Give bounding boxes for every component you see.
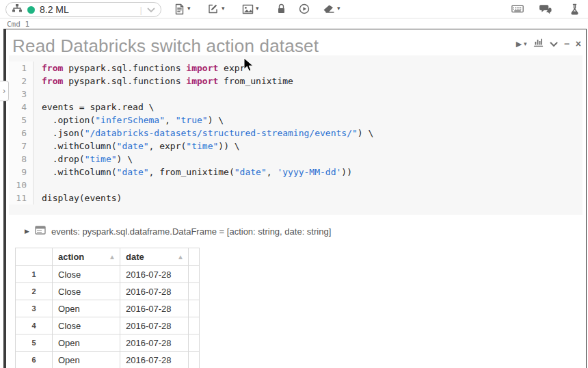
lock-icon[interactable] [275,3,287,15]
date-cell: 2016-07-28 [120,300,189,317]
code-editor[interactable]: 1from pyspark.sql.functions import expr2… [9,55,583,215]
line-number: 6 [9,127,34,140]
line-number: 8 [9,153,34,166]
action-cell: Close [53,283,120,300]
code-line[interactable]: 10 [9,179,583,192]
chevron-right-icon: › [3,86,5,96]
document-icon[interactable] [173,3,185,15]
column-header-extra [189,248,200,266]
output-summary-row: ▶ events: pyspark.sql.dataframe.DataFram… [25,226,331,237]
column-header-action[interactable]: action▲ [53,248,120,266]
row-number-cell: 3 [16,300,53,317]
row-number-cell: 4 [16,317,53,334]
eraser-icon[interactable] [323,3,335,15]
cell-title[interactable]: Read Databricks switch action dataset [12,36,319,57]
code-line[interactable]: 6 .json("/databricks-datasets/structured… [9,127,583,140]
line-number: 2 [9,75,34,88]
line-number: 11 [9,192,34,205]
result-table-header-row: action▲ date▲ [16,248,200,266]
cluster-divider: | [140,5,142,15]
sort-icon[interactable]: ▲ [109,253,116,261]
output-expander-icon[interactable]: ▶ [25,228,29,235]
experiment-flask-icon[interactable] [568,3,580,15]
table-row: 3Open2016-07-28 [16,300,200,317]
sort-icon[interactable]: ▲ [177,253,184,261]
chevron-down-icon[interactable] [147,3,155,16]
code-line[interactable]: 4events = spark.read \ [9,101,583,114]
dashboard-chart-icon[interactable] [533,38,544,50]
sidebar-expand-tab[interactable]: › [0,81,9,101]
notebook-page: 8.2 ML | ▾ ▾ ▾ ▾ [0,0,588,368]
notebook-cell[interactable]: Read Databricks switch action dataset ▶ … [3,29,587,368]
run-cell-icon[interactable]: ▶ [516,40,522,49]
code-line[interactable]: 2from pyspark.sql.functions import from_… [9,75,583,88]
action-cell: Open [53,352,120,368]
row-number-cell: 1 [16,266,53,283]
comments-icon[interactable] [539,3,552,15]
row-number-header [16,248,53,266]
table-row: 6Open2016-07-28 [16,352,200,368]
sitemap-icon [12,3,23,16]
line-number: 3 [9,88,34,101]
extra-cell [189,266,200,283]
cluster-status-icon [27,6,35,14]
notebook-toolbar: 8.2 ML | ▾ ▾ ▾ ▾ [0,0,588,18]
code-line[interactable]: 3 [9,88,583,101]
edit-icon[interactable] [207,3,219,15]
code-line[interactable]: 7 .withColumn("date", expr("time")) \ [9,140,583,153]
table-row: 4Close2016-07-28 [16,317,200,334]
line-number: 9 [9,166,34,179]
line-number: 4 [9,101,34,114]
extra-cell [189,334,200,352]
table-row: 5Open2016-07-28 [16,334,200,352]
cell-controls: ▶ ▾ − × [516,38,581,50]
row-number-cell: 2 [16,283,53,300]
code-line[interactable]: 9 .withColumn("date", from_unixtime("dat… [9,166,583,179]
extra-cell [189,317,200,334]
date-cell: 2016-07-28 [120,266,189,283]
document-menu-caret-icon[interactable]: ▾ [187,5,191,12]
cluster-name: 8.2 ML [40,4,135,15]
extra-cell [189,352,200,368]
play-circle-icon[interactable] [298,3,310,15]
close-cell-icon[interactable]: × [576,39,581,49]
action-cell: Close [53,266,120,283]
line-number: 7 [9,140,34,153]
image-icon[interactable] [241,3,254,15]
date-cell: 2016-07-28 [120,283,189,300]
row-number-cell: 6 [16,352,53,368]
result-table: action▲ date▲ 1Close2016-07-282Close2016… [15,248,200,368]
table-row: 2Close2016-07-28 [16,283,200,300]
action-cell: Open [53,300,120,317]
dataframe-icon [35,226,46,237]
table-row: 1Close2016-07-28 [16,266,200,283]
code-line[interactable]: 11display(events) [9,192,583,205]
cluster-selector[interactable]: 8.2 ML | [5,2,161,17]
date-cell: 2016-07-28 [120,352,189,368]
code-lines: 1from pyspark.sql.functions import expr2… [9,62,583,205]
column-header-date[interactable]: date▲ [120,248,189,266]
eraser-menu-caret-icon[interactable]: ▾ [337,5,340,12]
code-line[interactable]: 8 .drop("time") \ [9,153,583,166]
minimize-cell-icon[interactable]: − [564,39,570,49]
line-number: 1 [9,62,34,75]
action-cell: Close [53,317,120,334]
date-cell: 2016-07-28 [120,334,189,352]
code-line[interactable]: 1from pyspark.sql.functions import expr [9,62,583,75]
code-line[interactable]: 5 .option("inferSchema", "true") \ [9,114,583,127]
dataframe-summary-text: events: pyspark.sql.dataframe.DataFrame … [51,226,331,237]
run-options-caret-icon[interactable]: ▾ [524,40,527,47]
row-number-cell: 5 [16,334,53,352]
line-number: 5 [9,114,34,127]
cmd-number-label: Cmd 1 [7,20,29,29]
collapse-chevron-icon[interactable] [550,38,558,50]
keyboard-icon[interactable] [511,3,524,15]
edit-menu-caret-icon[interactable]: ▾ [222,5,225,12]
extra-cell [189,300,200,317]
extra-cell [189,283,200,300]
line-number: 10 [9,179,34,192]
date-cell: 2016-07-28 [120,317,189,334]
action-cell: Open [53,334,120,352]
image-menu-caret-icon[interactable]: ▾ [256,5,259,12]
